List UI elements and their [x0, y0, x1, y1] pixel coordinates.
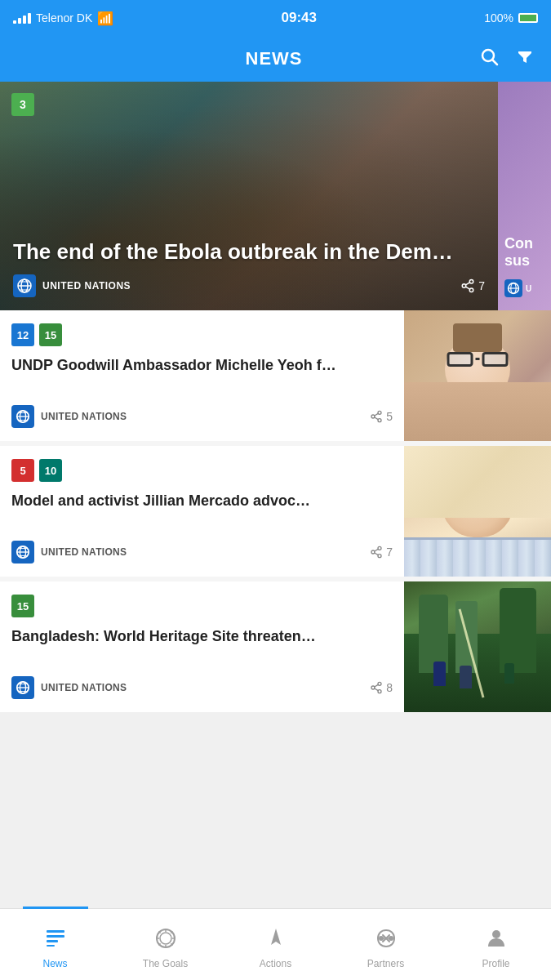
actions-icon: [264, 927, 287, 953]
svg-line-43: [375, 688, 379, 691]
news-badge-5: 5: [11, 459, 34, 482]
status-bar: Telenor DK 📶 09:43 100%: [0, 0, 551, 36]
svg-line-33: [375, 553, 379, 555]
svg-line-24: [375, 413, 379, 416]
status-time: 09:43: [281, 10, 316, 26]
news-badges: 12 15: [11, 323, 393, 346]
news-badges: 5 10: [11, 459, 393, 482]
svg-line-1: [493, 60, 498, 65]
nav-label-news: News: [42, 958, 67, 969]
hero-content: The end of the Ebola outbreak in the Dem…: [0, 226, 498, 310]
un-logo-news2: [11, 541, 34, 564]
news-item[interactable]: 15 Bangladesh: World Heritage Site threa…: [0, 581, 551, 712]
news-image-michelle: [404, 310, 551, 441]
news-item-content: 5 10 Model and activist Jillian Mercado …: [0, 446, 404, 577]
bottom-nav: News The Goals A: [0, 908, 551, 980]
svg-point-62: [492, 930, 500, 938]
news-title: UNDP Goodwill Ambassador Michelle Yeoh f…: [11, 356, 393, 375]
news-source-label: UNITED NATIONS: [41, 682, 127, 693]
news-source: UNITED NATIONS: [11, 405, 127, 428]
hero-share-count: 7: [478, 279, 485, 292]
news-icon: [44, 927, 67, 953]
battery-percent: 100%: [484, 11, 513, 24]
nav-item-news[interactable]: News: [0, 909, 110, 980]
svg-line-34: [375, 549, 379, 551]
news-image-jillian: [404, 446, 551, 577]
news-source-label: UNITED NATIONS: [41, 411, 127, 422]
news-item[interactable]: 12 15 UNDP Goodwill Ambassador Michelle …: [0, 310, 551, 441]
news-badge-15b: 15: [11, 595, 34, 617]
svg-rect-46: [47, 935, 64, 938]
un-logo-news3: [11, 676, 34, 699]
news-share[interactable]: 8: [370, 681, 393, 694]
news-source: UNITED NATIONS: [11, 541, 127, 564]
svg-line-10: [466, 287, 470, 289]
news-badges: 15: [11, 595, 393, 617]
header-actions: [479, 47, 535, 71]
hero-source: UNITED NATIONS: [13, 274, 131, 297]
hero-badge: 3: [11, 93, 34, 116]
news-title: Model and activist Jillian Mercado advoc…: [11, 492, 393, 510]
news-badge-15: 15: [39, 323, 62, 346]
nav-label-partners: Partners: [367, 958, 404, 969]
nav-item-actions[interactable]: Actions: [220, 909, 331, 980]
hero-source-label: UNITED NATIONS: [42, 280, 131, 292]
header: NEWS: [0, 36, 551, 82]
hero-card-main[interactable]: 3 The end of the Ebola outbreak in the D…: [0, 82, 498, 310]
status-right: 100%: [484, 11, 538, 24]
news-title: Bangladesh: World Heritage Site threaten…: [11, 627, 393, 646]
news-image-bangladesh: [404, 581, 551, 712]
search-icon[interactable]: [479, 47, 499, 71]
filter-icon[interactable]: [515, 47, 535, 71]
hero-card-2-title: Con sus: [504, 235, 533, 270]
news-share-count: 8: [386, 681, 393, 694]
news-share[interactable]: 5: [370, 410, 393, 423]
news-badge-12: 12: [11, 323, 34, 346]
hero-share[interactable]: 7: [460, 278, 485, 293]
nav-item-profile[interactable]: Profile: [441, 909, 551, 980]
page-title: NEWS: [69, 48, 479, 69]
hero-meta: UNITED NATIONS 7: [13, 274, 485, 297]
news-source-label: UNITED NATIONS: [41, 546, 127, 558]
un-logo-news1: [11, 405, 34, 428]
hero-carousel[interactable]: 3 The end of the Ebola outbreak in the D…: [0, 82, 551, 310]
svg-point-50: [160, 933, 171, 944]
hero-card-secondary[interactable]: ▶ Con sus U: [498, 82, 551, 310]
nav-item-goals[interactable]: The Goals: [110, 909, 220, 980]
svg-rect-45: [47, 930, 64, 933]
signal-bars: [13, 13, 31, 24]
svg-line-11: [466, 283, 470, 285]
profile-icon: [485, 927, 508, 953]
news-meta: UNITED NATIONS 5: [11, 405, 393, 428]
wifi-icon: 📶: [97, 11, 113, 26]
carrier-name: Telenor DK: [36, 11, 92, 24]
news-list: 12 15 UNDP Goodwill Ambassador Michelle …: [0, 310, 551, 712]
un-logo: [13, 274, 36, 297]
nav-label-actions: Actions: [260, 958, 291, 969]
news-item-content: 12 15 UNDP Goodwill Ambassador Michelle …: [0, 310, 404, 441]
news-source: UNITED NATIONS: [11, 676, 127, 699]
svg-line-23: [375, 417, 379, 420]
nav-item-partners[interactable]: Partners: [331, 909, 441, 980]
hero2-source: U: [526, 284, 532, 293]
news-share-count: 5: [386, 410, 393, 423]
partners-icon: [375, 927, 398, 953]
un-logo-2: [504, 279, 522, 297]
nav-label-goals: The Goals: [143, 958, 188, 969]
svg-rect-48: [47, 945, 55, 947]
svg-line-44: [375, 684, 379, 687]
news-item-content: 15 Bangladesh: World Heritage Site threa…: [0, 581, 404, 712]
news-share[interactable]: 7: [370, 546, 393, 559]
status-left: Telenor DK 📶: [13, 11, 113, 26]
svg-rect-47: [47, 940, 58, 942]
nav-label-profile: Profile: [482, 958, 509, 969]
news-meta: UNITED NATIONS 8: [11, 676, 393, 699]
battery-icon: [518, 13, 538, 23]
hero-title: The end of the Ebola outbreak in the Dem…: [13, 239, 485, 265]
news-meta: UNITED NATIONS 7: [11, 541, 393, 564]
goals-icon: [154, 927, 177, 953]
news-share-count: 7: [386, 546, 393, 559]
svg-marker-59: [271, 929, 281, 945]
news-badge-10: 10: [39, 459, 62, 482]
news-item[interactable]: 5 10 Model and activist Jillian Mercado …: [0, 446, 551, 577]
